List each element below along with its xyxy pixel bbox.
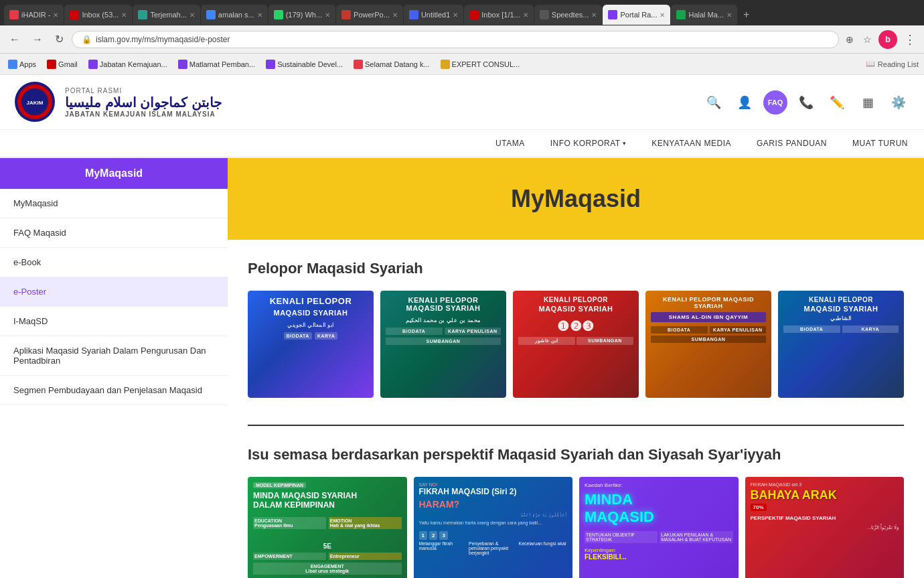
poster-card-2-2[interactable]: SAY NO! FIKRAH MAQASID (Siri 2) HARAM? أ… (414, 477, 573, 578)
nav-garis-panduan[interactable]: GARIS PANDUAN (754, 139, 830, 148)
bookmark-label-sustainable: Sustainable Devel... (277, 60, 343, 68)
tab-favicon-7 (409, 10, 418, 19)
chat-icon-button[interactable]: ✏️ (825, 90, 849, 115)
poster-card-4[interactable]: Kenali Pelopor Maqasid Syariah SHAMS AL-… (645, 291, 771, 398)
tab-9[interactable]: Speedtes... ✕ (534, 5, 603, 25)
reading-list[interactable]: 📖 Reading List (866, 60, 919, 68)
jakim-seal-logo: JAKIM (13, 80, 57, 124)
jakim-logo-text: PORTAL RASMI جابتن كماجوان اسلام مليسيا … (65, 87, 222, 118)
lock-icon: 🔒 (82, 35, 92, 44)
tab-10[interactable]: Portal Ra... ✕ (603, 5, 670, 25)
portal-header: JAKIM PORTAL RASMI جابتن كماجوان اسلام م… (0, 75, 924, 130)
back-button[interactable]: ← (5, 31, 24, 48)
tab-close-1[interactable]: ✕ (53, 11, 58, 19)
bookmark-favicon-sustainable (266, 60, 275, 69)
browser-menu-button[interactable]: ⋮ (901, 29, 919, 50)
reading-list-label: Reading List (878, 60, 919, 68)
poster-card-5[interactable]: KENALI PELOPOR MAQASID SYARIAH الشاطبي B… (778, 291, 904, 398)
forward-button[interactable]: → (28, 31, 47, 48)
nav-utama[interactable]: UTAMA (493, 139, 528, 148)
tab-title-5: (179) Wh... (286, 11, 322, 19)
jakim-english-text: JABATAN KEMAJUAN ISLAM MALAYSIA (65, 111, 216, 118)
bookmark-jabatan[interactable]: Jabatan Kemajuan... (86, 58, 170, 70)
poster-placeholder-4: Kenali Pelopor Maqasid Syariah SHAMS AL-… (645, 291, 771, 398)
svg-text:JAKIM: JAKIM (27, 100, 44, 106)
tab-6[interactable]: PowerPo... ✕ (336, 5, 403, 25)
sidebar-header: MyMaqasid (0, 158, 228, 189)
sidebar-item-faq-maqasid[interactable]: FAQ Maqasid (0, 218, 228, 248)
bookmark-favicon-expert (441, 60, 450, 69)
tab-5[interactable]: (179) Wh... ✕ (268, 5, 335, 25)
tab-close-6[interactable]: ✕ (392, 11, 398, 19)
tab-close-11[interactable]: ✕ (726, 11, 732, 19)
poster-placeholder-3: KENALI PELOPOR MAQASID SYARIAH ❶❷❸ ابن ع… (513, 291, 639, 398)
bookmark-button[interactable]: ☆ (860, 31, 874, 48)
tab-title-6: PowerPo... (354, 11, 390, 19)
tab-11[interactable]: Halal Ma... ✕ (671, 5, 737, 25)
tab-7[interactable]: Untitled1 ✕ (404, 5, 463, 25)
tab-close-10[interactable]: ✕ (660, 11, 665, 19)
poster-card-2[interactable]: KENALI PELOPOR MAQASID SYARIAH محمد بن ع… (380, 291, 506, 398)
search-icon-button[interactable]: 🔍 (702, 90, 726, 115)
grid-icon-button[interactable]: ▦ (856, 90, 880, 115)
tab-close-3[interactable]: ✕ (189, 11, 195, 19)
tab-favicon-3 (138, 10, 147, 19)
section-pelopor: Pelopor Maqasid Syariah KENALI PELOPOR M… (228, 240, 924, 418)
tab-favicon-4 (206, 10, 216, 19)
poster-card-2-1[interactable]: MODEL KEPIMPINAN MINDA MAQASID SYARIAHDA… (248, 477, 407, 578)
tab-close-4[interactable]: ✕ (257, 11, 262, 19)
main-navigation: UTAMA INFO KORPORAT ▾ KENYATAAN MEDIA GA… (0, 130, 924, 158)
tab-3[interactable]: Terjemah... ✕ (133, 5, 200, 25)
bookmark-favicon-apps (8, 60, 17, 69)
browser-chrome: iHADIR - ✕ Inbox (53... ✕ Terjemah... ✕ … (0, 0, 924, 75)
poster-grid-2: MODEL KEPIMPINAN MINDA MAQASID SYARIAHDA… (248, 477, 904, 578)
bookmark-selamat[interactable]: Selamat Datang k... (351, 58, 433, 70)
poster-placeholder-2-3: Kaedah Berfikir: MINDAMAQASID TENTUKAN O… (579, 477, 739, 578)
translate-button[interactable]: ⊕ (843, 31, 856, 48)
poster-placeholder-2: KENALI PELOPOR MAQASID SYARIAH محمد بن ع… (380, 291, 506, 398)
poster-card-2-3[interactable]: Kaedah Berfikir: MINDAMAQASID TENTUKAN O… (579, 477, 739, 578)
sidebar-item-e-book[interactable]: e-Book (0, 248, 228, 277)
tab-favicon-9 (540, 10, 549, 19)
bookmark-matlamat[interactable]: Matlamat Pemban... (175, 58, 258, 70)
bookmark-favicon-matlamat (178, 60, 187, 69)
tab-close-8[interactable]: ✕ (523, 11, 528, 19)
faq-button[interactable]: FAQ (763, 90, 787, 115)
bookmark-gmail[interactable]: Gmail (44, 58, 80, 70)
nav-muat-turun[interactable]: MUAT TURUN (850, 139, 911, 148)
tab-close-5[interactable]: ✕ (325, 11, 330, 19)
profile-button[interactable]: b (878, 30, 897, 49)
tab-2[interactable]: Inbox (53... ✕ (64, 5, 132, 25)
sidebar-item-e-poster[interactable]: e-Poster (0, 277, 228, 307)
bookmark-apps[interactable]: Apps (5, 58, 39, 70)
nav-kenyataan-media[interactable]: KENYATAAN MEDIA (649, 139, 734, 148)
sidebar-item-aplikasi[interactable]: Aplikasi Maqasid Syariah Dalam Pengurusa… (0, 336, 228, 376)
tab-close-2[interactable]: ✕ (121, 11, 127, 19)
address-bar[interactable]: 🔒 islam.gov.my/ms/mymaqasid/e-poster (72, 31, 839, 48)
tab-close-9[interactable]: ✕ (591, 11, 597, 19)
phone-icon-button[interactable]: 📞 (794, 90, 818, 115)
jakim-arabic-text: جابتن كماجوان اسلام مليسيا (65, 94, 222, 111)
tab-close-7[interactable]: ✕ (453, 11, 458, 19)
tab-8[interactable]: Inbox [1/1... ✕ (464, 5, 533, 25)
nav-info-korporat[interactable]: INFO KORPORAT ▾ (548, 139, 629, 148)
user-icon-button[interactable]: 👤 (733, 90, 757, 115)
tab-favicon-10 (608, 10, 617, 19)
section-isu-title: Isu semasa berdasarkan perspektif Maqasi… (248, 446, 904, 463)
poster-placeholder-2-1: MODEL KEPIMPINAN MINDA MAQASID SYARIAHDA… (248, 477, 407, 578)
reload-button[interactable]: ↻ (51, 30, 68, 48)
sidebar-item-i-maqsd[interactable]: I-MaqSD (0, 307, 228, 336)
bookmark-sustainable[interactable]: Sustainable Devel... (263, 58, 345, 70)
new-tab-button[interactable]: + (738, 5, 755, 25)
sidebar-item-segmen[interactable]: Segmen Pembudayaan dan Penjelasan Maqasi… (0, 376, 228, 405)
poster-card-2-4[interactable]: FIKRAH MAQASID siri 3 BAHAYA ARAK 70% PE… (745, 477, 905, 578)
bookmark-label-selamat: Selamat Datang k... (365, 60, 430, 68)
poster-card-3[interactable]: KENALI PELOPOR MAQASID SYARIAH ❶❷❸ ابن ع… (513, 291, 639, 398)
tab-1[interactable]: iHADIR - ✕ (4, 5, 64, 25)
bookmark-expert[interactable]: EXPERT CONSUL... (438, 58, 523, 70)
tab-4[interactable]: amalan s... ✕ (201, 5, 268, 25)
sidebar-item-mymaqasid[interactable]: MyMaqasid (0, 189, 228, 218)
poster-card-1[interactable]: KENALI PELOPOR MAQASID SYARIAH ابو المعا… (248, 291, 374, 398)
tab-favicon-11 (676, 10, 686, 19)
settings-icon-button[interactable]: ⚙️ (887, 90, 911, 115)
